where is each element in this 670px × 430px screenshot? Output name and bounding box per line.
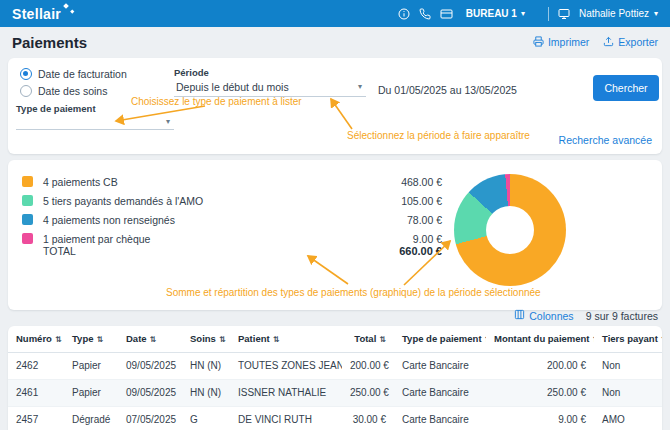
filter-card: Date de facturation Date des soins Pério… [8, 58, 662, 154]
radio-selected-icon[interactable] [20, 68, 32, 80]
table-cell: 2461 [8, 379, 64, 406]
export-label: Exporter [618, 36, 658, 48]
table-cell: 30.00 € [342, 406, 394, 430]
legend-value: 105.00 € [401, 195, 442, 207]
donut-hole [486, 206, 534, 254]
table-cell: Papier [64, 352, 118, 379]
table-cell: Papier [64, 379, 118, 406]
table-row[interactable]: 2462Papier09/05/2025HN (N)TOUTES ZONES J… [8, 352, 662, 379]
table-cell: DE VINCI RUTH [230, 406, 342, 430]
columns-icon [514, 309, 525, 322]
period-label: Période [174, 67, 209, 78]
search-button[interactable]: Chercher [593, 75, 659, 101]
topbar-divider [548, 7, 549, 21]
column-header-type[interactable]: Type⇅ [64, 326, 118, 352]
column-header-soins[interactable]: Soins⇅ [182, 326, 230, 352]
table-cell: Carte Bancaire [394, 379, 486, 406]
table-cell: 2462 [8, 352, 64, 379]
table-cell: HN (N) [182, 352, 230, 379]
columns-button[interactable]: Colonnes [514, 309, 573, 322]
column-header-date[interactable]: Date⇅ [118, 326, 182, 352]
payments-table: Numéro⇅Type⇅Date⇅Soins⇅Patient⇅Total⇅Typ… [8, 326, 662, 430]
total-value: 660.00 € [399, 245, 442, 257]
radio-unselected-icon[interactable] [20, 85, 32, 97]
print-button[interactable]: Imprimer [533, 36, 589, 49]
table-cell: 09/05/2025 [118, 352, 182, 379]
annotation-payment-type: Choisissez le type de paiement à lister [131, 96, 302, 107]
column-header-label: Type [72, 333, 93, 344]
office-label: BUREAU 1 [466, 8, 517, 19]
export-button[interactable]: Exporter [603, 36, 658, 49]
sort-icon[interactable]: ⇅ [485, 335, 486, 344]
legend-value: 468.00 € [401, 176, 442, 188]
column-header-label: Montant du paiement [494, 333, 590, 344]
table-cell: ISSNER NATHALIE [230, 379, 342, 406]
payments-legend: 4 paiements CB 468.00 € 5 tiers payants … [22, 172, 442, 248]
column-header-patient[interactable]: Patient⇅ [230, 326, 342, 352]
payment-type-select[interactable]: ▾ [16, 116, 174, 130]
total-label: TOTAL [22, 245, 399, 257]
sort-icon[interactable]: ⇅ [661, 335, 662, 344]
monitor-icon [558, 8, 570, 20]
table-cell: 9.00 € [486, 406, 594, 430]
sort-icon[interactable]: ⇅ [150, 335, 157, 344]
table-cell: Carte Bancaire [394, 406, 486, 430]
column-header-total[interactable]: Total⇅ [342, 326, 394, 352]
column-header-tiers-payant[interactable]: Tiers payant⇅ [594, 326, 662, 352]
topbar-right: BUREAU 1 ▾ Nathalie Pottiez ▾ [398, 7, 658, 21]
table-row[interactable]: 2457Dégradé07/05/2025GDE VINCI RUTH30.00… [8, 406, 662, 430]
advanced-search-link[interactable]: Recherche avancée [559, 134, 652, 146]
card-reader-icon[interactable] [440, 8, 453, 20]
legend-label: 5 tiers payants demandés à l'AMO [43, 195, 401, 207]
office-selector[interactable]: BUREAU 1 ▾ [466, 8, 525, 19]
sort-icon[interactable]: ⇅ [379, 335, 386, 344]
table-cell: HN (N) [182, 379, 230, 406]
radio-billing-date[interactable]: Date de facturation [20, 68, 127, 80]
radio-care-date[interactable]: Date des soins [20, 85, 107, 97]
legend-label: 4 paiements CB [43, 176, 401, 188]
radio-billing-date-label: Date de facturation [38, 68, 127, 80]
info-icon[interactable] [398, 8, 410, 20]
sort-icon[interactable]: ⇅ [55, 335, 62, 344]
user-menu[interactable]: Nathalie Pottiez ▾ [579, 8, 658, 19]
chevron-down-icon: ▾ [358, 83, 362, 91]
table-cell: 09/05/2025 [118, 379, 182, 406]
chevron-down-icon: ▾ [521, 10, 525, 18]
table-row[interactable]: 2461Papier09/05/2025HN (N)ISSNER NATHALI… [8, 379, 662, 406]
sparkle-icon [70, 9, 74, 13]
column-header-label: Date [126, 333, 147, 344]
legend-swatch [22, 195, 33, 206]
table-cell: Dégradé [64, 406, 118, 430]
chevron-down-icon: ▾ [654, 10, 658, 18]
sort-icon[interactable]: ⇅ [219, 335, 226, 344]
table-body: 2462Papier09/05/2025HN (N)TOUTES ZONES J… [8, 352, 662, 430]
header-links: Imprimer Exporter [533, 36, 658, 49]
donut-chart [454, 174, 566, 286]
period-select-value: Depuis le début du mois [176, 81, 289, 93]
legend-item: 5 tiers payants demandés à l'AMO 105.00 … [22, 191, 442, 210]
legend-label: 4 paiements non renseignés [43, 214, 407, 226]
table-header-row: Numéro⇅Type⇅Date⇅Soins⇅Patient⇅Total⇅Typ… [8, 326, 662, 352]
sort-icon[interactable]: ⇅ [593, 335, 594, 344]
sort-icon[interactable]: ⇅ [96, 335, 103, 344]
page-header: Paiements Imprimer Exporter [0, 27, 670, 57]
phone-icon[interactable] [419, 8, 431, 20]
column-header-numéro[interactable]: Numéro⇅ [8, 326, 64, 352]
print-label: Imprimer [548, 36, 589, 48]
table-cell: 250.00 € [486, 379, 594, 406]
column-header-label: Patient [238, 333, 270, 344]
column-header-montant-du-paiement[interactable]: Montant du paiement⇅ [486, 326, 594, 352]
brand-name: Stellair [12, 6, 61, 22]
legend-swatch [22, 176, 33, 187]
annotation-summary: Somme et répartition des types de paieme… [166, 287, 541, 298]
table-cell: 200.00 € [342, 352, 394, 379]
table-cell: AMO [594, 406, 662, 430]
table-cell: Non [594, 379, 662, 406]
sort-icon[interactable]: ⇅ [273, 335, 280, 344]
annotation-period: Sélectionnez la période à faire apparaît… [347, 130, 530, 141]
table-card: Numéro⇅Type⇅Date⇅Soins⇅Patient⇅Total⇅Typ… [8, 326, 662, 430]
column-header-label: Numéro [16, 333, 52, 344]
column-header-type-de-paiement[interactable]: Type de paiement⇅ [394, 326, 486, 352]
user-name: Nathalie Pottiez [579, 8, 649, 19]
period-select[interactable]: Depuis le début du mois ▾ [174, 79, 366, 97]
